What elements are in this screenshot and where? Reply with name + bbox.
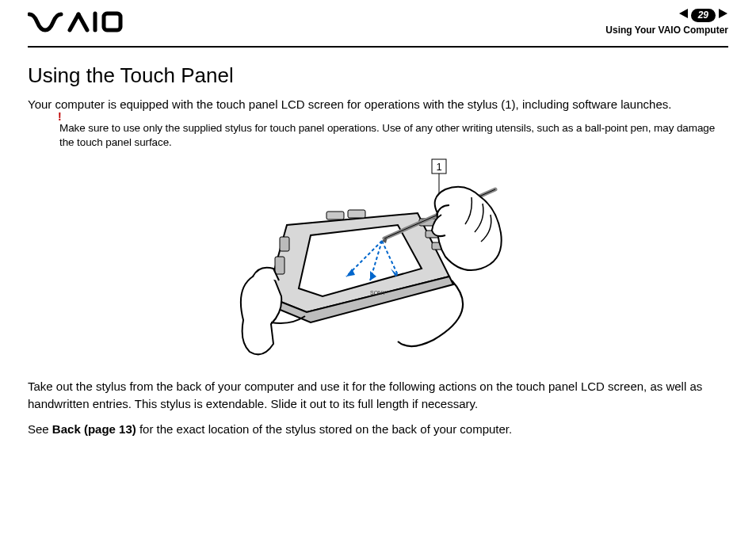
nav-prev-icon[interactable] [678,8,689,23]
svg-marker-5 [719,9,727,18]
illustration: 1 [28,158,728,367]
intro-paragraph: Your computer is equipped with the touch… [28,96,728,113]
svg-text:SONY: SONY [370,290,386,296]
svg-rect-3 [104,13,120,30]
header-section: Using Your VAIO Computer [605,25,728,37]
svg-rect-17 [348,210,365,218]
page-title: Using the Touch Panel [28,63,728,88]
header-right: 29 Using Your VAIO Computer [605,8,728,36]
svg-rect-14 [280,237,289,251]
back-page-link[interactable]: Back (page 13) [52,422,136,436]
svg-rect-15 [275,257,284,274]
body-paragraph-3: See Back (page 13) for the exact locatio… [28,421,728,438]
header-divider [28,46,728,48]
svg-line-0 [70,14,78,30]
page-nav: 29 [605,8,728,23]
caution-text: Make sure to use only the supplied stylu… [59,122,715,148]
page-header: 29 Using Your VAIO Computer [28,8,728,44]
svg-line-1 [78,14,87,30]
nav-next-icon[interactable] [717,8,728,23]
caution-note: ! Make sure to use only the supplied sty… [59,121,728,150]
body-paragraph-2: Take out the stylus from the back of you… [28,378,728,413]
warning-icon: ! [58,109,62,124]
vaio-logo [28,11,123,36]
svg-marker-4 [679,9,688,18]
callout-label: 1 [436,161,441,173]
page-content: Using the Touch Panel Your computer is e… [28,63,728,437]
see-prefix: See [28,422,52,436]
see-suffix: for the exact location of the stylus sto… [136,422,512,436]
svg-rect-16 [326,212,344,219]
document-page: 29 Using Your VAIO Computer Using the To… [0,0,756,534]
touch-panel-illustration: 1 [235,158,521,364]
page-number: 29 [691,9,716,23]
